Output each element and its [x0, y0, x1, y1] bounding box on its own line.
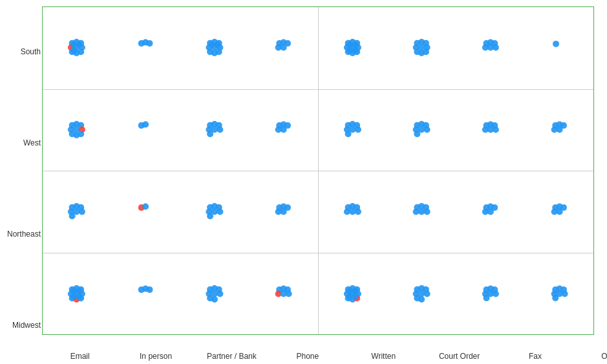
col-label-other: Other — [601, 352, 607, 361]
col-label-phone: Phone — [296, 352, 319, 361]
col-label-email: Email — [70, 352, 90, 361]
col-label-partnerbank: Partner / Bank — [207, 352, 257, 361]
row-label-south: South — [0, 47, 41, 56]
row-label-northeast: Northeast — [0, 230, 41, 239]
chart-area — [42, 6, 594, 335]
col-label-courtorder: Court Order — [439, 352, 480, 361]
col-label-inperson: In person — [140, 352, 172, 361]
col-label-written: Written — [371, 352, 396, 361]
row-label-midwest: Midwest — [0, 321, 41, 330]
col-label-fax: Fax — [529, 352, 542, 361]
chart-container: South West Northeast Midwest Email In pe… — [0, 0, 607, 364]
row-label-west: West — [0, 138, 41, 147]
